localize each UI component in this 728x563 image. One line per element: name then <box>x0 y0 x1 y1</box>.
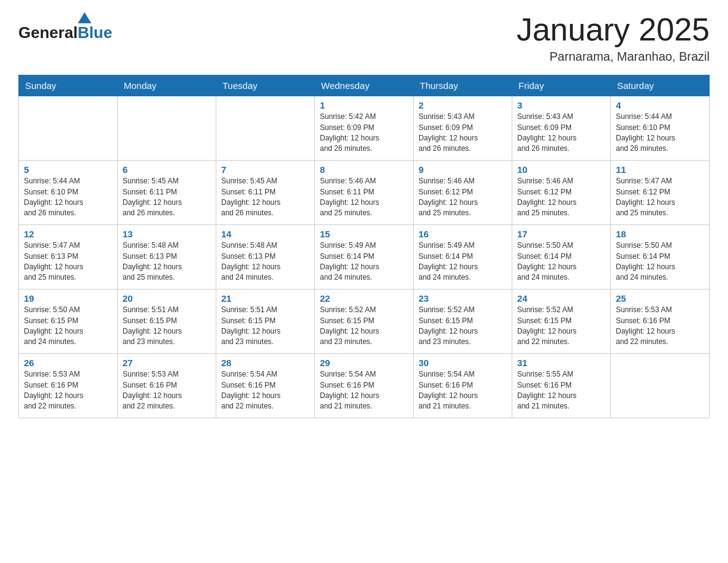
day-number: 1 <box>320 100 408 110</box>
calendar-cell: 8Sunrise: 5:46 AM Sunset: 6:11 PM Daylig… <box>315 161 414 225</box>
calendar-cell: 30Sunrise: 5:54 AM Sunset: 6:16 PM Dayli… <box>414 354 512 418</box>
calendar-cell: 21Sunrise: 5:51 AM Sunset: 6:15 PM Dayli… <box>216 289 315 354</box>
calendar-cell: 26Sunrise: 5:53 AM Sunset: 6:16 PM Dayli… <box>19 354 118 418</box>
day-number: 21 <box>221 293 309 304</box>
logo-triangle-icon <box>78 12 91 23</box>
day-number: 26 <box>24 358 112 368</box>
logo-blue-text: Blue <box>78 23 112 42</box>
day-number: 13 <box>123 229 211 239</box>
day-info: Sunrise: 5:45 AM Sunset: 6:11 PM Dayligh… <box>123 176 211 219</box>
day-info: Sunrise: 5:44 AM Sunset: 6:10 PM Dayligh… <box>616 112 704 155</box>
day-number: 8 <box>320 164 408 175</box>
calendar-cell: 13Sunrise: 5:48 AM Sunset: 6:13 PM Dayli… <box>118 225 216 289</box>
day-info: Sunrise: 5:51 AM Sunset: 6:15 PM Dayligh… <box>123 305 211 348</box>
calendar-cell <box>216 96 315 161</box>
day-info: Sunrise: 5:44 AM Sunset: 6:10 PM Dayligh… <box>24 176 112 219</box>
calendar-location: Parnarama, Maranhao, Brazil <box>517 50 710 64</box>
day-info: Sunrise: 5:46 AM Sunset: 6:12 PM Dayligh… <box>419 176 507 219</box>
header-friday: Friday <box>512 75 611 96</box>
day-info: Sunrise: 5:47 AM Sunset: 6:12 PM Dayligh… <box>616 176 704 219</box>
day-info: Sunrise: 5:51 AM Sunset: 6:15 PM Dayligh… <box>221 305 309 348</box>
calendar-cell: 27Sunrise: 5:53 AM Sunset: 6:16 PM Dayli… <box>118 354 216 418</box>
day-info: Sunrise: 5:46 AM Sunset: 6:11 PM Dayligh… <box>320 176 408 219</box>
calendar-week-5: 26Sunrise: 5:53 AM Sunset: 6:16 PM Dayli… <box>19 354 710 418</box>
calendar-cell: 31Sunrise: 5:55 AM Sunset: 6:16 PM Dayli… <box>512 354 611 418</box>
day-number: 2 <box>419 100 507 110</box>
day-number: 5 <box>24 164 112 175</box>
calendar-cell: 25Sunrise: 5:53 AM Sunset: 6:16 PM Dayli… <box>611 289 710 354</box>
header-wednesday: Wednesday <box>315 75 414 96</box>
page-header: General Blue January 2025 Parnarama, Mar… <box>18 12 710 64</box>
calendar-cell: 9Sunrise: 5:46 AM Sunset: 6:12 PM Daylig… <box>414 161 512 225</box>
day-number: 23 <box>419 293 507 304</box>
day-number: 12 <box>24 229 112 239</box>
calendar-cell: 15Sunrise: 5:49 AM Sunset: 6:14 PM Dayli… <box>315 225 414 289</box>
day-info: Sunrise: 5:49 AM Sunset: 6:14 PM Dayligh… <box>320 240 408 283</box>
day-number: 11 <box>616 164 704 175</box>
calendar-cell: 23Sunrise: 5:52 AM Sunset: 6:15 PM Dayli… <box>414 289 512 354</box>
calendar-week-3: 12Sunrise: 5:47 AM Sunset: 6:13 PM Dayli… <box>19 225 710 289</box>
calendar-cell: 28Sunrise: 5:54 AM Sunset: 6:16 PM Dayli… <box>216 354 315 418</box>
header-sunday: Sunday <box>19 75 118 96</box>
day-number: 30 <box>419 358 507 368</box>
day-number: 27 <box>123 358 211 368</box>
day-info: Sunrise: 5:52 AM Sunset: 6:15 PM Dayligh… <box>320 305 408 348</box>
day-info: Sunrise: 5:49 AM Sunset: 6:14 PM Dayligh… <box>419 240 507 283</box>
day-info: Sunrise: 5:50 AM Sunset: 6:14 PM Dayligh… <box>616 240 704 283</box>
calendar-week-1: 1Sunrise: 5:42 AM Sunset: 6:09 PM Daylig… <box>19 96 710 161</box>
day-info: Sunrise: 5:42 AM Sunset: 6:09 PM Dayligh… <box>320 112 408 155</box>
day-number: 7 <box>221 164 309 175</box>
svg-marker-0 <box>78 12 91 23</box>
day-info: Sunrise: 5:53 AM Sunset: 6:16 PM Dayligh… <box>24 369 112 412</box>
day-info: Sunrise: 5:54 AM Sunset: 6:16 PM Dayligh… <box>419 369 507 412</box>
day-info: Sunrise: 5:54 AM Sunset: 6:16 PM Dayligh… <box>221 369 309 412</box>
calendar-cell: 14Sunrise: 5:48 AM Sunset: 6:13 PM Dayli… <box>216 225 315 289</box>
day-info: Sunrise: 5:55 AM Sunset: 6:16 PM Dayligh… <box>517 369 605 412</box>
day-info: Sunrise: 5:45 AM Sunset: 6:11 PM Dayligh… <box>221 176 309 219</box>
day-info: Sunrise: 5:48 AM Sunset: 6:13 PM Dayligh… <box>221 240 309 283</box>
calendar-cell: 18Sunrise: 5:50 AM Sunset: 6:14 PM Dayli… <box>611 225 710 289</box>
day-number: 31 <box>517 358 605 368</box>
header-tuesday: Tuesday <box>216 75 315 96</box>
day-number: 17 <box>517 229 605 239</box>
header-monday: Monday <box>118 75 216 96</box>
calendar-cell: 16Sunrise: 5:49 AM Sunset: 6:14 PM Dayli… <box>414 225 512 289</box>
calendar-cell <box>611 354 710 418</box>
calendar-week-4: 19Sunrise: 5:50 AM Sunset: 6:15 PM Dayli… <box>19 289 710 354</box>
day-info: Sunrise: 5:54 AM Sunset: 6:16 PM Dayligh… <box>320 369 408 412</box>
day-info: Sunrise: 5:47 AM Sunset: 6:13 PM Dayligh… <box>24 240 112 283</box>
calendar-cell: 4Sunrise: 5:44 AM Sunset: 6:10 PM Daylig… <box>611 96 710 161</box>
day-number: 28 <box>221 358 309 368</box>
day-number: 4 <box>616 100 704 110</box>
header-thursday: Thursday <box>414 75 512 96</box>
calendar-cell: 12Sunrise: 5:47 AM Sunset: 6:13 PM Dayli… <box>19 225 118 289</box>
day-number: 22 <box>320 293 408 304</box>
header-saturday: Saturday <box>611 75 710 96</box>
day-number: 3 <box>517 100 605 110</box>
day-info: Sunrise: 5:52 AM Sunset: 6:15 PM Dayligh… <box>517 305 605 348</box>
calendar-week-2: 5Sunrise: 5:44 AM Sunset: 6:10 PM Daylig… <box>19 161 710 225</box>
day-number: 18 <box>616 229 704 239</box>
calendar-cell: 19Sunrise: 5:50 AM Sunset: 6:15 PM Dayli… <box>19 289 118 354</box>
day-number: 25 <box>616 293 704 304</box>
day-number: 10 <box>517 164 605 175</box>
calendar-cell: 2Sunrise: 5:43 AM Sunset: 6:09 PM Daylig… <box>414 96 512 161</box>
day-info: Sunrise: 5:50 AM Sunset: 6:14 PM Dayligh… <box>517 240 605 283</box>
calendar-header-row: SundayMondayTuesdayWednesdayThursdayFrid… <box>19 75 710 96</box>
day-number: 9 <box>419 164 507 175</box>
day-number: 24 <box>517 293 605 304</box>
calendar-cell: 1Sunrise: 5:42 AM Sunset: 6:09 PM Daylig… <box>315 96 414 161</box>
calendar-cell: 3Sunrise: 5:43 AM Sunset: 6:09 PM Daylig… <box>512 96 611 161</box>
calendar-cell: 24Sunrise: 5:52 AM Sunset: 6:15 PM Dayli… <box>512 289 611 354</box>
calendar-cell: 6Sunrise: 5:45 AM Sunset: 6:11 PM Daylig… <box>118 161 216 225</box>
logo-general-text: General <box>18 23 78 42</box>
day-info: Sunrise: 5:43 AM Sunset: 6:09 PM Dayligh… <box>517 112 605 155</box>
calendar-cell: 5Sunrise: 5:44 AM Sunset: 6:10 PM Daylig… <box>19 161 118 225</box>
day-info: Sunrise: 5:53 AM Sunset: 6:16 PM Dayligh… <box>616 305 704 348</box>
day-number: 15 <box>320 229 408 239</box>
day-info: Sunrise: 5:53 AM Sunset: 6:16 PM Dayligh… <box>123 369 211 412</box>
day-number: 29 <box>320 358 408 368</box>
logo-blue-part: Blue <box>78 12 112 42</box>
calendar-cell: 10Sunrise: 5:46 AM Sunset: 6:12 PM Dayli… <box>512 161 611 225</box>
calendar-title: January 2025 <box>517 12 710 47</box>
